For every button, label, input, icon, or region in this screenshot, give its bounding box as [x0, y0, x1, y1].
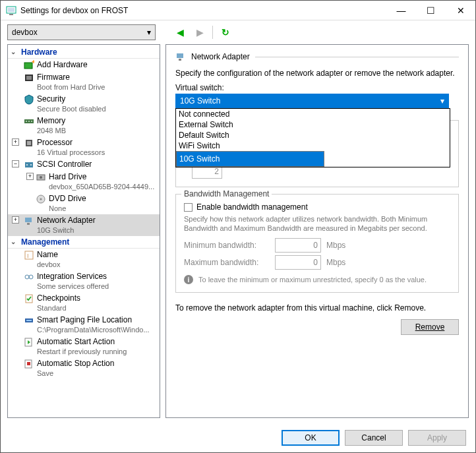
sidebar-item-memory[interactable]: Memory 2048 MB — [8, 115, 160, 136]
dropdown-option[interactable]: 10G Switch — [176, 151, 324, 167]
ok-button[interactable]: OK — [282, 430, 340, 446]
svg-text:I: I — [27, 253, 29, 259]
sidebar-item-processor[interactable]: + Processor 16 Virtual processors — [8, 136, 160, 158]
info-icon: i — [184, 275, 193, 284]
virtual-switch-combobox[interactable]: 10G Switch ▾ Not connected External Swit… — [175, 94, 449, 108]
network-adapter-icon — [175, 51, 186, 62]
svg-rect-32 — [177, 53, 183, 58]
sidebar-item-scsi[interactable]: − SCSI Controller — [8, 158, 160, 171]
sidebar-item-paging-file[interactable]: Smart Paging File Location C:\ProgramDat… — [8, 314, 160, 336]
toolbar: devbox ▾ ◀ ▶ ↻ — [1, 20, 475, 44]
checkpoint-icon — [24, 293, 34, 304]
dropdown-option[interactable]: External Switch — [176, 119, 450, 130]
sidebar-item-auto-start[interactable]: Automatic Start Action Restart if previo… — [8, 336, 160, 357]
sidebar-item-add-hardware[interactable]: + Add Hardware — [8, 59, 160, 71]
svg-rect-31 — [27, 362, 30, 365]
dropdown-option[interactable]: Default Switch — [176, 130, 450, 140]
sidebar-item-auto-stop[interactable]: Automatic Stop Action Save — [8, 357, 160, 379]
collapse-icon: ⌄ — [11, 48, 16, 55]
paging-icon — [24, 315, 34, 326]
disc-icon — [36, 194, 46, 204]
svg-rect-13 — [25, 162, 33, 167]
cancel-button[interactable]: Cancel — [345, 430, 403, 446]
svg-text:+: + — [32, 60, 34, 65]
max-bandwidth-input[interactable]: 0 — [275, 255, 321, 270]
svg-rect-33 — [179, 59, 181, 61]
min-bandwidth-label: Minimum bandwidth: — [184, 241, 270, 250]
svg-point-14 — [26, 164, 28, 166]
bandwidth-info: i To leave the minimum or maximum unrest… — [184, 275, 450, 284]
refresh-button[interactable]: ↻ — [218, 25, 233, 40]
unit-label: Mbps — [326, 258, 345, 267]
dropdown-option[interactable]: WiFi Switch — [176, 140, 450, 151]
svg-rect-9 — [28, 121, 30, 122]
shield-icon — [24, 94, 34, 105]
close-button[interactable]: ✕ — [446, 1, 475, 20]
sidebar-item-security[interactable]: Security Secure Boot disabled — [8, 93, 160, 115]
virtual-switch-value: 10G Switch — [180, 96, 220, 106]
virtual-switch-dropdown: Not connected External Switch Default Sw… — [175, 108, 450, 167]
collapse-icon[interactable]: − — [12, 160, 19, 167]
controller-icon — [24, 160, 34, 170]
memory-icon — [24, 116, 34, 127]
max-bandwidth-row: Maximum bandwidth: 0 Mbps — [184, 255, 450, 270]
panel-description: Specify the configuration of the network… — [175, 69, 459, 78]
settings-window: Settings for devbox on FROST — ☐ ✕ devbo… — [0, 0, 476, 453]
collapse-icon: ⌄ — [11, 238, 16, 245]
panel-heading: Network Adapter — [191, 52, 250, 61]
svg-point-15 — [30, 164, 32, 166]
sidebar-item-name[interactable]: I Name devbox — [8, 249, 160, 270]
sidebar-item-integration[interactable]: Integration Services Some services offer… — [8, 270, 160, 292]
sidebar-item-network-adapter[interactable]: + Network Adapter 10G Switch — [8, 214, 160, 236]
dialog-buttons: OK Cancel Apply — [1, 423, 475, 452]
dropdown-option[interactable]: Not connected — [176, 109, 450, 119]
virtual-switch-label: Virtual switch: — [175, 83, 459, 92]
maximize-button[interactable]: ☐ — [416, 1, 446, 20]
checkbox-icon — [184, 203, 193, 212]
sidebar-item-hard-drive[interactable]: + Hard Drive devbox_650AD65B-9204-4449..… — [8, 171, 160, 193]
unit-label: Mbps — [326, 241, 345, 250]
sidebar-item-dvd-drive[interactable]: DVD Drive None — [8, 193, 160, 214]
group-legend: Bandwidth Management — [181, 189, 272, 198]
chevron-down-icon: ▾ — [440, 96, 444, 106]
min-bandwidth-row: Minimum bandwidth: 0 Mbps — [184, 238, 450, 253]
minimize-button[interactable]: — — [386, 1, 416, 20]
enable-bandwidth-checkbox[interactable]: Enable bandwidth management — [184, 202, 450, 212]
hdd-icon — [36, 172, 46, 183]
svg-rect-6 — [26, 76, 32, 80]
window-title: Settings for devbox on FROST — [20, 6, 386, 15]
expand-icon[interactable]: + — [26, 173, 34, 180]
titlebar: Settings for devbox on FROST — ☐ ✕ — [1, 1, 475, 20]
integration-icon — [24, 272, 34, 282]
chevron-down-icon: ▾ — [147, 28, 151, 37]
svg-point-19 — [40, 198, 42, 200]
svg-rect-22 — [25, 251, 33, 259]
remove-button[interactable]: Remove — [401, 319, 459, 335]
settings-tree[interactable]: ⌄ Hardware + Add Hardware Firmware Boot … — [7, 44, 160, 418]
expand-icon[interactable]: + — [12, 138, 19, 146]
min-bandwidth-input[interactable]: 0 — [275, 238, 321, 253]
svg-rect-12 — [27, 141, 31, 145]
name-icon: I — [24, 250, 34, 260]
svg-point-25 — [29, 275, 33, 279]
auto-start-icon — [24, 337, 34, 347]
section-hardware[interactable]: ⌄ Hardware — [8, 46, 160, 59]
svg-point-17 — [40, 176, 42, 179]
vm-selector[interactable]: devbox ▾ — [7, 24, 156, 40]
apply-button[interactable]: Apply — [408, 430, 466, 446]
details-panel: Network Adapter Specify the configuratio… — [165, 44, 469, 418]
sidebar-item-firmware[interactable]: Firmware Boot from Hard Drive — [8, 71, 160, 93]
firmware-icon — [24, 73, 34, 83]
divider — [255, 57, 459, 57]
add-hardware-icon: + — [24, 60, 34, 71]
remove-description: To remove the network adapter from this … — [175, 303, 459, 313]
nav-forward-button[interactable]: ▶ — [193, 25, 207, 40]
sidebar-item-checkpoints[interactable]: Checkpoints Standard — [8, 292, 160, 314]
nav-back-button[interactable]: ◀ — [173, 25, 187, 40]
panel-heading-row: Network Adapter — [175, 51, 459, 62]
section-management[interactable]: ⌄ Management — [8, 236, 160, 249]
svg-rect-1 — [8, 8, 15, 12]
svg-rect-2 — [9, 14, 13, 15]
expand-icon[interactable]: + — [12, 216, 19, 224]
bandwidth-group: Bandwidth Management Enable bandwidth ma… — [175, 194, 459, 293]
